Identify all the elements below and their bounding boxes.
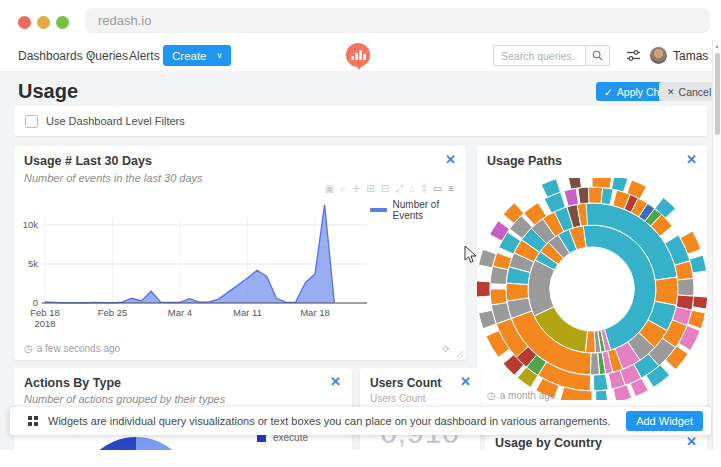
usage-paths-sunburst-chart[interactable] xyxy=(477,178,707,400)
use-dashboard-filters-checkbox[interactable] xyxy=(25,115,38,128)
updated-text: a few seconds ago xyxy=(37,343,120,354)
nav-item-label: Alerts xyxy=(129,49,160,63)
page-title: Usage xyxy=(18,80,78,103)
x-tick-label: Feb 18 xyxy=(30,307,60,318)
close-widget-icon[interactable]: ✕ xyxy=(445,153,456,166)
dashboard-content: Usage ✓ Apply Changes ✕ Cancel Use Dashb… xyxy=(0,71,712,450)
sunburst-segment[interactable] xyxy=(477,281,490,297)
sunburst-segment[interactable] xyxy=(690,255,707,273)
sunburst-segment[interactable] xyxy=(578,187,589,204)
widgets-grid-icon xyxy=(28,416,38,426)
widget-subtitle: Number of events in the last 30 days xyxy=(24,172,203,184)
camera-icon[interactable]: ▣ xyxy=(325,184,334,194)
sunburst-segment[interactable] xyxy=(564,188,579,206)
check-icon: ✓ xyxy=(604,86,613,98)
widget-updated: ◷ a few seconds ago xyxy=(24,343,120,354)
sunburst-segment[interactable] xyxy=(693,296,708,309)
maximize-window-button[interactable] xyxy=(56,16,69,29)
browser-window: redash.io Dashboards ∨ Queries Alerts Cr… xyxy=(0,0,721,467)
sunburst-segment[interactable] xyxy=(612,178,628,192)
cancel-button[interactable]: ✕ Cancel xyxy=(659,82,712,101)
area-series-number-of-events[interactable] xyxy=(45,205,334,303)
x-tick-label: Mar 11 xyxy=(233,307,262,318)
reset-axes-icon[interactable]: ⌂ xyxy=(409,184,415,194)
search-input[interactable] xyxy=(493,45,585,66)
x-tick-label: Feb 25 xyxy=(98,307,128,318)
line-series-number-of-events[interactable] xyxy=(45,205,334,303)
sunburst-segment[interactable] xyxy=(678,278,695,296)
minimize-window-button[interactable] xyxy=(37,16,50,29)
browser-chrome: redash.io xyxy=(0,0,721,40)
widget-title: Users Count xyxy=(370,376,441,390)
widget-title: Usage # Last 30 Days xyxy=(24,154,152,168)
sunburst-segment[interactable] xyxy=(655,277,678,305)
clock-icon: ◷ xyxy=(487,390,496,401)
url-text: redash.io xyxy=(98,13,151,28)
zoom-out-icon[interactable]: ⊟ xyxy=(381,184,389,194)
widget-usage-last-30-days: Usage # Last 30 Days ✕ Number of events … xyxy=(14,146,466,360)
actions-pie-chart[interactable] xyxy=(78,437,194,450)
sliders-icon xyxy=(626,49,641,62)
close-icon: ✕ xyxy=(667,87,675,97)
chevron-down-icon: ∨ xyxy=(217,51,223,60)
widget-subtitle: Users Count xyxy=(370,393,426,404)
close-widget-icon[interactable]: ✕ xyxy=(330,375,341,388)
refresh-icon[interactable]: ⟳ xyxy=(442,344,450,354)
sunburst-segment[interactable] xyxy=(594,374,609,391)
x-tick-sublabel: 2018 xyxy=(34,318,55,329)
nav-item-alerts[interactable]: Alerts xyxy=(129,40,160,71)
page-scrollbar[interactable]: ▴ xyxy=(712,40,721,450)
zoom-in-icon[interactable]: ⊞ xyxy=(366,184,374,194)
sunburst-segment[interactable] xyxy=(601,188,613,205)
address-bar[interactable]: redash.io xyxy=(85,8,710,33)
updated-text: a month ago xyxy=(500,390,556,401)
avatar xyxy=(650,47,667,64)
hover-closest-icon[interactable]: ▭ xyxy=(433,184,442,194)
close-widget-icon[interactable]: ✕ xyxy=(686,435,697,448)
search-icon xyxy=(592,50,603,61)
x-tick-label: Mar 4 xyxy=(168,307,192,318)
widget-title: Actions By Type xyxy=(24,376,121,390)
create-button-label: Create xyxy=(172,50,207,62)
sunburst-segment[interactable] xyxy=(591,353,600,375)
widget-subtitle: Number of actions grouped by their types xyxy=(24,393,225,405)
mouse-cursor xyxy=(464,245,478,265)
pan-icon[interactable]: ✛ xyxy=(352,184,360,194)
nav-item-dashboards[interactable]: Dashboards ∨ xyxy=(18,40,94,71)
sunburst-segment[interactable] xyxy=(592,178,612,189)
scroll-up-icon[interactable]: ▴ xyxy=(713,42,721,49)
close-widget-icon[interactable]: ✕ xyxy=(460,375,471,388)
sunburst-segment[interactable] xyxy=(568,178,581,189)
widget-usage-paths: Usage Paths ✕ ◷ a month ago xyxy=(477,146,707,407)
sunburst-segment[interactable] xyxy=(490,289,507,305)
banner-text: Widgets are individual query visualizati… xyxy=(48,415,611,427)
close-widget-icon[interactable]: ✕ xyxy=(686,153,697,166)
sunburst-segment[interactable] xyxy=(596,390,609,400)
sunburst-segment[interactable] xyxy=(506,283,529,301)
nav-item-queries[interactable]: Queries xyxy=(86,40,128,71)
add-widget-button[interactable]: Add Widget xyxy=(626,411,703,431)
window-bottom-edge xyxy=(0,450,721,467)
widget-title: Usage by Country xyxy=(495,436,602,450)
hover-compare-icon[interactable]: ≡ xyxy=(448,184,454,194)
resize-handle[interactable] xyxy=(454,348,463,357)
clock-icon: ◷ xyxy=(24,343,33,354)
close-window-button[interactable] xyxy=(18,16,31,29)
cancel-label: Cancel xyxy=(679,86,712,98)
autoscale-icon[interactable]: ⤢ xyxy=(395,184,403,194)
widget-title: Usage Paths xyxy=(487,154,562,168)
scrollbar-thumb[interactable] xyxy=(715,53,720,135)
search-button[interactable] xyxy=(585,45,610,66)
user-menu[interactable]: Tamas ∨ xyxy=(650,40,721,71)
settings-sliders-button[interactable] xyxy=(626,49,641,65)
nav-item-label: Queries xyxy=(86,49,128,63)
spikelines-icon[interactable]: ‡ xyxy=(421,184,427,194)
user-name: Tamas xyxy=(673,49,708,63)
events-area-chart[interactable]: 05k10kFeb 182018Feb 25Mar 4Mar 11Mar 18 xyxy=(14,196,466,336)
add-widget-banner: Widgets are individual query visualizati… xyxy=(10,407,711,435)
y-tick-label: 5k xyxy=(28,258,38,269)
zoom-icon[interactable]: ⌕ xyxy=(340,184,346,194)
create-button[interactable]: Create ∨ xyxy=(163,45,231,66)
y-tick-label: 10k xyxy=(23,219,39,230)
redash-logo-icon[interactable] xyxy=(346,43,370,67)
